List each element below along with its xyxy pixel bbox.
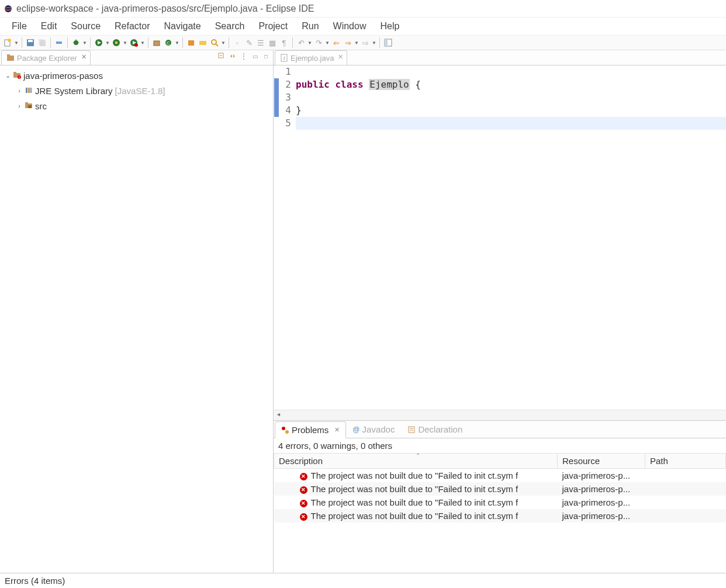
- close-icon[interactable]: ✕: [81, 53, 87, 61]
- table-row[interactable]: ✕The project was not built due to "Faile…: [274, 496, 726, 509]
- forward-icon[interactable]: ⇒: [343, 37, 353, 48]
- package-explorer-tabbar: Package Explorer ✕ ⋮ ▭ □: [0, 50, 273, 65]
- coverage-icon[interactable]: [111, 37, 122, 48]
- new-class-icon[interactable]: C: [163, 37, 174, 48]
- jre-label: JRE System Library: [34, 86, 113, 96]
- eclipse-icon: [4, 4, 13, 13]
- package-explorer-view: Package Explorer ✕ ⋮ ▭ □ ⌄ x java-primer…: [0, 50, 274, 573]
- svg-rect-24: [199, 41, 206, 45]
- block-select-icon[interactable]: ▦: [267, 37, 278, 48]
- table-row[interactable]: ✕The project was not built due to "Faile…: [274, 482, 726, 496]
- collapse-all-icon[interactable]: [217, 51, 226, 61]
- last-edit-dropdown[interactable]: ▼: [307, 40, 312, 46]
- show-whitespace-icon[interactable]: ¶: [279, 37, 289, 48]
- line-number: 1: [279, 65, 291, 78]
- svg-rect-38: [28, 88, 30, 93]
- menu-search[interactable]: Search: [208, 19, 252, 34]
- link-editor-icon[interactable]: [228, 51, 237, 61]
- menu-source[interactable]: Source: [64, 19, 108, 34]
- menu-refactor[interactable]: Refactor: [108, 19, 157, 34]
- separator: [50, 37, 51, 48]
- chevron-down-icon[interactable]: ⌄: [4, 72, 12, 79]
- close-icon[interactable]: ✕: [334, 426, 340, 434]
- svg-line-26: [216, 44, 218, 46]
- separator: [292, 37, 293, 48]
- open-task-icon[interactable]: [198, 37, 208, 48]
- search-icon[interactable]: [209, 37, 220, 48]
- run-dropdown[interactable]: ▼: [105, 40, 110, 46]
- view-menu-icon[interactable]: ⋮: [239, 51, 248, 61]
- column-resource[interactable]: Resource: [558, 454, 645, 469]
- step-dropdown[interactable]: ▼: [372, 40, 376, 46]
- next-edit-dropdown[interactable]: ▼: [325, 40, 330, 46]
- next-edit-icon[interactable]: ↷: [313, 37, 324, 48]
- chevron-right-icon[interactable]: ›: [15, 87, 23, 94]
- separator: [182, 37, 183, 48]
- svg-text:C: C: [167, 40, 170, 46]
- javadoc-icon: @: [352, 426, 359, 434]
- last-edit-icon[interactable]: ↶: [296, 37, 306, 48]
- tab-declaration[interactable]: Declaration: [401, 421, 469, 438]
- tab-javadoc[interactable]: @ Javadoc: [346, 421, 401, 438]
- error-icon: ✕: [300, 486, 307, 494]
- jre-suffix: [JavaSE-1.8]: [115, 86, 165, 96]
- forward-dropdown[interactable]: ▼: [354, 40, 359, 46]
- next-annotation-icon[interactable]: ✎: [244, 37, 254, 48]
- tab-problems[interactable]: Problems ✕: [275, 421, 346, 438]
- table-row[interactable]: ✕The project was not built due to "Faile…: [274, 469, 726, 483]
- menu-file[interactable]: File: [5, 19, 34, 34]
- toggle-icon[interactable]: [54, 37, 64, 48]
- run-last-dropdown[interactable]: ▼: [140, 40, 145, 46]
- java-file-icon: J: [280, 54, 288, 62]
- line-number: 5: [279, 117, 291, 130]
- project-tree: ⌄ x java-primeros-pasos › JRE System Lib…: [0, 65, 273, 573]
- coverage-dropdown[interactable]: ▼: [123, 40, 127, 46]
- run-last-icon[interactable]: [129, 37, 139, 48]
- toggle-mark-icon[interactable]: ☰: [255, 37, 266, 48]
- tree-project-node[interactable]: ⌄ x java-primeros-pasos: [0, 68, 273, 83]
- menu-window[interactable]: Window: [326, 19, 374, 34]
- editor-tab[interactable]: J Ejemplo.java ✕: [275, 50, 347, 65]
- back-icon[interactable]: ⇐: [331, 37, 341, 48]
- menu-help[interactable]: Help: [373, 19, 406, 34]
- prev-annotation-icon[interactable]: ◦: [232, 37, 243, 48]
- error-icon: ✕: [300, 513, 307, 521]
- close-icon[interactable]: ✕: [338, 53, 343, 61]
- tree-src-node[interactable]: › src: [0, 98, 273, 113]
- problems-icon: [281, 426, 289, 434]
- svg-point-19: [134, 43, 138, 47]
- menu-run[interactable]: Run: [295, 19, 326, 34]
- search-dropdown[interactable]: ▼: [221, 40, 226, 46]
- menu-navigate[interactable]: Navigate: [157, 19, 208, 34]
- debug-icon[interactable]: [71, 37, 81, 48]
- minimize-icon[interactable]: ▭: [250, 51, 260, 61]
- new-dropdown[interactable]: ▼: [14, 40, 19, 46]
- debug-dropdown[interactable]: ▼: [82, 40, 87, 46]
- code-line: }: [296, 104, 726, 117]
- run-icon[interactable]: [94, 37, 104, 48]
- error-icon: ✕: [300, 473, 307, 480]
- menu-project[interactable]: Project: [251, 19, 295, 34]
- step-icon[interactable]: ⇨: [360, 37, 371, 48]
- new-icon[interactable]: [2, 37, 13, 48]
- horizontal-scrollbar[interactable]: [274, 410, 726, 420]
- menu-edit[interactable]: Edit: [34, 19, 64, 34]
- new-package-icon[interactable]: [151, 37, 162, 48]
- column-description[interactable]: Description: [274, 454, 558, 469]
- svg-rect-16: [115, 41, 117, 44]
- code-editor[interactable]: 1 2 3 4 5 public class Ejemplo { }: [274, 65, 726, 410]
- code-content[interactable]: public class Ejemplo { }: [296, 65, 726, 410]
- column-path[interactable]: Path: [645, 454, 726, 469]
- perspective-icon[interactable]: [383, 37, 393, 48]
- save-all-icon[interactable]: [37, 37, 47, 48]
- table-row[interactable]: ✕The project was not built due to "Faile…: [274, 509, 726, 523]
- maximize-icon[interactable]: □: [261, 51, 271, 61]
- open-type-icon[interactable]: [186, 37, 196, 48]
- new-class-dropdown[interactable]: ▼: [175, 40, 179, 46]
- package-explorer-tab[interactable]: Package Explorer ✕: [1, 50, 91, 65]
- save-icon[interactable]: [25, 37, 36, 48]
- code-line: [296, 65, 726, 78]
- tree-jre-node[interactable]: › JRE System Library [JavaSE-1.8]: [0, 83, 273, 98]
- project-icon: x: [12, 71, 22, 81]
- chevron-right-icon[interactable]: ›: [15, 102, 23, 109]
